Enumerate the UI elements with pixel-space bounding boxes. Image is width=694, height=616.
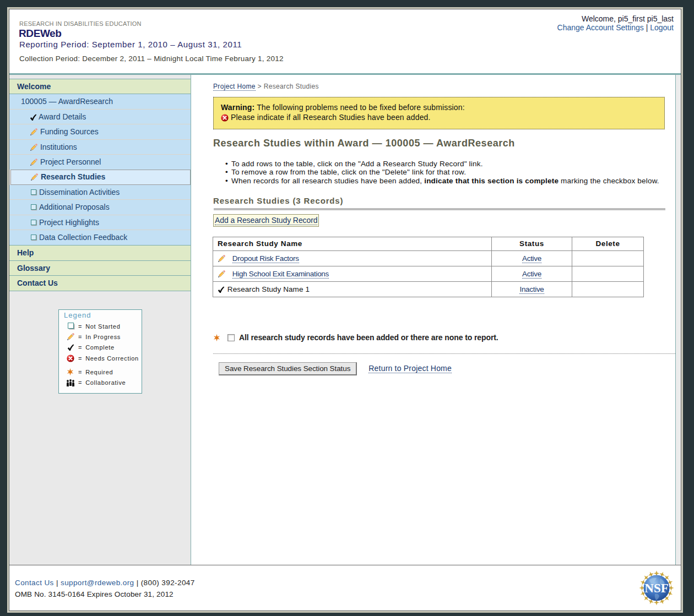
svg-text:NSF: NSF [644,581,668,595]
